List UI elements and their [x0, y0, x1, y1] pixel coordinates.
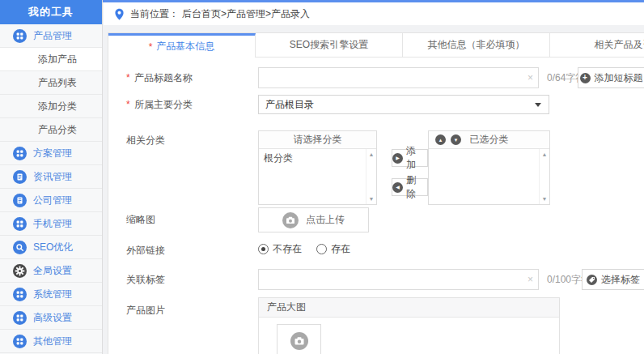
- product-title-input[interactable]: [259, 68, 538, 87]
- remove-category-button[interactable]: ◀ 删 除: [392, 178, 428, 196]
- clear-icon[interactable]: ×: [527, 275, 533, 284]
- sidebar-item-product-list[interactable]: 产品列表: [0, 71, 102, 95]
- sidebar-item-add-category[interactable]: 添加分类: [0, 95, 102, 118]
- sidebar-item-label: 手机管理: [33, 217, 72, 231]
- scroll-up-icon[interactable]: ▲: [542, 151, 548, 157]
- sidebar-item-plan-mgmt[interactable]: 方案管理: [0, 142, 102, 165]
- sidebar-item-mobile-mgmt[interactable]: 手机管理: [0, 212, 102, 236]
- tab-related-products[interactable]: 相关产品及资: [550, 33, 644, 58]
- sidebar-item-other-mgmt[interactable]: 其他管理: [0, 330, 102, 353]
- sidebar-item-label: 其他管理: [33, 335, 72, 348]
- sidebar-item-label: 产品列表: [38, 76, 77, 90]
- selected-listbox-body: ▲ ▼: [429, 149, 549, 204]
- arrow-left-circle-icon: ◀: [392, 182, 403, 193]
- sidebar-item-label: 公司管理: [33, 194, 72, 207]
- document-icon: [13, 194, 27, 207]
- clear-icon[interactable]: ×: [527, 73, 533, 83]
- field-label-external-link: 外部链接: [126, 245, 252, 256]
- sidebar-item-product-category[interactable]: 产品分类: [0, 118, 102, 142]
- product-image-upload-tile[interactable]: 点击上传: [277, 324, 321, 354]
- sidebar-item-label: 高级设置: [33, 311, 72, 325]
- scroll-down-icon[interactable]: ▼: [542, 196, 548, 202]
- plus-circle-icon: +: [580, 73, 591, 83]
- sidebar-item-label: 资讯管理: [33, 170, 72, 184]
- selected-option: 产品根目录: [265, 98, 314, 112]
- radio-unchecked-icon: [316, 244, 327, 254]
- sidebar-item-seo[interactable]: SEO优化: [0, 236, 102, 259]
- move-up-icon[interactable]: ▲: [435, 134, 446, 145]
- available-listbox-body: 根分类 ▲ ▼: [259, 149, 376, 204]
- grid-icon: [13, 311, 27, 325]
- camera-icon: [290, 332, 308, 350]
- grid-icon: [13, 147, 27, 160]
- content-card: * 产品基本信息 SEO搜索引擎设置 其他信息（非必填项） 相关产品及资 * 产…: [108, 32, 644, 354]
- scrollbar[interactable]: ▲ ▼: [539, 149, 549, 204]
- sidebar-item-label: 全局设置: [33, 264, 72, 278]
- list-item[interactable]: 根分类: [259, 149, 376, 168]
- sidebar-item-label: 产品分类: [38, 123, 77, 137]
- sidebar-item-system-mgmt[interactable]: 系统管理: [0, 283, 102, 306]
- sidebar-item-add-product[interactable]: 添加产品: [0, 48, 102, 71]
- sidebar-item-label: 系统管理: [33, 288, 72, 301]
- radio-option-not-exist[interactable]: 不存在: [258, 242, 302, 256]
- sidebar-item-advanced-settings[interactable]: 高级设置: [0, 306, 102, 330]
- move-down-icon[interactable]: ▼: [451, 134, 461, 145]
- add-short-title-button[interactable]: + 添加短标题: [578, 67, 644, 88]
- grid-icon: [13, 335, 27, 348]
- breadcrumb-bar: 当前位置： 后台首页>产品管理>产品录入: [104, 2, 644, 25]
- sidebar-item-label: 方案管理: [33, 147, 72, 160]
- scrollbar[interactable]: ▲ ▼: [366, 149, 376, 204]
- required-asterisk: *: [126, 99, 130, 110]
- breadcrumb-path: 后台首页>产品管理>产品录入: [182, 7, 310, 21]
- product-images-panel-body: 点击上传: [259, 318, 559, 354]
- available-listbox-header: 请选择分类: [259, 131, 376, 149]
- tab-other-info[interactable]: 其他信息（非必填项）: [403, 33, 550, 58]
- product-images-panel-header: 产品大图: [259, 298, 559, 318]
- grid-icon: [13, 288, 27, 301]
- tab-label: 其他信息（非必填项）: [428, 38, 525, 52]
- sidebar-item-company-mgmt[interactable]: 公司管理: [0, 189, 102, 212]
- sidebar-item-label: 添加分类: [38, 100, 77, 113]
- document-icon: [13, 170, 27, 184]
- tab-basic-info[interactable]: * 产品基本信息: [108, 33, 256, 58]
- tags-input[interactable]: [259, 270, 538, 289]
- camera-icon: [282, 212, 299, 228]
- tag-circle-icon: [587, 275, 597, 285]
- sidebar: 我的工具 产品管理 添加产品 产品列表 添加分类 产品分类 方案管理 资讯管理 …: [0, 0, 103, 354]
- grid-icon: [13, 217, 27, 231]
- arrow-right-circle-icon: ▶: [392, 153, 403, 164]
- tab-label: SEO搜索引擎设置: [290, 38, 368, 52]
- sidebar-item-product-mgmt[interactable]: 产品管理: [0, 24, 102, 48]
- product-images-panel: 产品大图 点击上传: [258, 297, 560, 354]
- tab-label: 产品基本信息: [156, 40, 214, 53]
- field-label-product-title: * 产品标题名称: [126, 67, 252, 88]
- field-label-tags: 关联标签: [126, 269, 252, 290]
- sidebar-item-label: 添加产品: [38, 53, 77, 66]
- gear-icon: [13, 264, 27, 278]
- radio-option-exist[interactable]: 存在: [316, 242, 350, 256]
- sidebar-item-global-settings[interactable]: 全局设置: [0, 259, 102, 283]
- reorder-buttons: ▲ ▼: [435, 134, 461, 145]
- tab-bar: * 产品基本信息 SEO搜索引擎设置 其他信息（非必填项） 相关产品及资: [108, 33, 644, 58]
- product-title-input-wrap: ×: [258, 67, 539, 88]
- main-category-select[interactable]: 产品根目录: [258, 95, 549, 114]
- thumbnail-upload-button[interactable]: 点击上传: [258, 207, 369, 232]
- select-tags-button[interactable]: 选择标签: [582, 269, 644, 290]
- available-category-listbox: 请选择分类 根分类 ▲ ▼: [258, 130, 377, 205]
- search-icon: [13, 241, 27, 254]
- add-category-button[interactable]: ▶ 添 加: [392, 149, 428, 167]
- field-label-main-category: * 所属主要分类: [126, 95, 252, 114]
- sidebar-item-label: 产品管理: [33, 29, 72, 43]
- sidebar-title: 我的工具: [0, 0, 102, 24]
- required-asterisk: *: [149, 41, 153, 53]
- location-pin-icon: [114, 8, 125, 20]
- required-asterisk: *: [126, 72, 130, 83]
- field-label-thumbnail: 缩略图: [126, 207, 252, 232]
- tab-seo-settings[interactable]: SEO搜索引擎设置: [256, 33, 403, 58]
- sidebar-item-news-mgmt[interactable]: 资讯管理: [0, 165, 102, 189]
- scroll-up-icon[interactable]: ▲: [369, 151, 375, 157]
- tags-input-wrap: ×: [258, 269, 539, 290]
- sidebar-item-label: SEO优化: [33, 241, 73, 254]
- scroll-down-icon[interactable]: ▼: [369, 196, 375, 202]
- selected-listbox-header: ▲ ▼ 已选分类: [429, 131, 549, 149]
